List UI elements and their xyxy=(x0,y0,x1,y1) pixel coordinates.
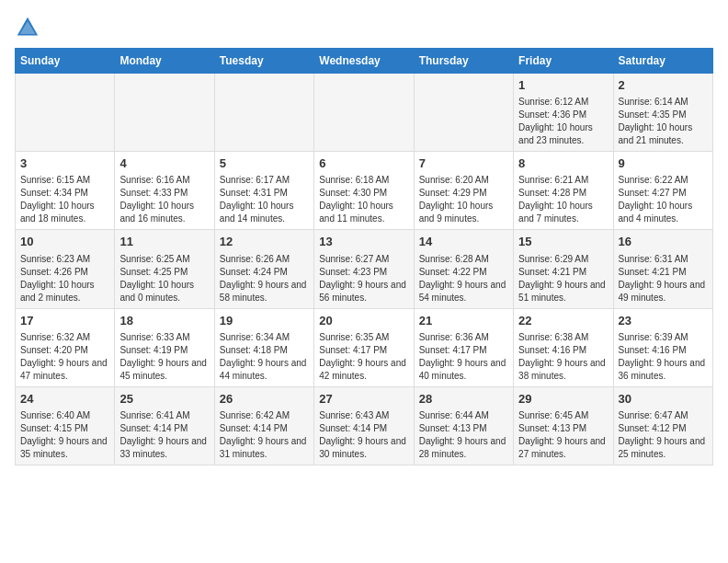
weekday-header-row: SundayMondayTuesdayWednesdayThursdayFrid… xyxy=(16,49,713,74)
calendar-cell: 22Sunrise: 6:38 AM Sunset: 4:16 PM Dayli… xyxy=(514,308,613,386)
weekday-header-wednesday: Wednesday xyxy=(314,49,414,74)
day-number: 3 xyxy=(20,155,109,172)
calendar-cell: 13Sunrise: 6:27 AM Sunset: 4:23 PM Dayli… xyxy=(314,230,414,308)
day-info: Sunrise: 6:28 AM Sunset: 4:22 PM Dayligh… xyxy=(419,253,508,304)
day-info: Sunrise: 6:25 AM Sunset: 4:25 PM Dayligh… xyxy=(119,253,209,304)
day-info: Sunrise: 6:42 AM Sunset: 4:14 PM Dayligh… xyxy=(220,409,309,461)
day-info: Sunrise: 6:39 AM Sunset: 4:16 PM Dayligh… xyxy=(619,331,708,383)
logo-icon xyxy=(15,15,40,40)
day-number: 24 xyxy=(20,391,109,408)
day-info: Sunrise: 6:38 AM Sunset: 4:16 PM Dayligh… xyxy=(518,331,608,383)
calendar-table: SundayMondayTuesdayWednesdayThursdayFrid… xyxy=(15,48,713,465)
day-number: 5 xyxy=(220,155,309,172)
day-info: Sunrise: 6:34 AM Sunset: 4:18 PM Dayligh… xyxy=(220,331,309,383)
calendar-cell: 10Sunrise: 6:23 AM Sunset: 4:26 PM Dayli… xyxy=(16,230,115,308)
day-info: Sunrise: 6:29 AM Sunset: 4:21 PM Dayligh… xyxy=(518,253,608,304)
calendar-cell: 12Sunrise: 6:26 AM Sunset: 4:24 PM Dayli… xyxy=(214,230,313,308)
calendar-cell: 24Sunrise: 6:40 AM Sunset: 4:15 PM Dayli… xyxy=(16,386,115,465)
weekday-header-monday: Monday xyxy=(115,49,214,74)
calendar-cell: 26Sunrise: 6:42 AM Sunset: 4:14 PM Dayli… xyxy=(214,386,313,465)
day-info: Sunrise: 6:32 AM Sunset: 4:20 PM Dayligh… xyxy=(20,331,109,383)
calendar-cell: 30Sunrise: 6:47 AM Sunset: 4:12 PM Dayli… xyxy=(613,386,712,465)
day-number: 26 xyxy=(220,391,309,408)
calendar-cell xyxy=(314,74,414,152)
day-info: Sunrise: 6:18 AM Sunset: 4:30 PM Dayligh… xyxy=(319,174,408,225)
day-info: Sunrise: 6:15 AM Sunset: 4:34 PM Dayligh… xyxy=(20,174,109,225)
day-info: Sunrise: 6:41 AM Sunset: 4:14 PM Dayligh… xyxy=(119,409,209,461)
calendar-cell: 19Sunrise: 6:34 AM Sunset: 4:18 PM Dayli… xyxy=(214,308,313,386)
calendar-cell: 23Sunrise: 6:39 AM Sunset: 4:16 PM Dayli… xyxy=(613,308,712,386)
page-header xyxy=(15,15,713,40)
calendar-body: 1Sunrise: 6:12 AM Sunset: 4:36 PM Daylig… xyxy=(16,74,713,465)
day-number: 29 xyxy=(518,391,608,408)
calendar-cell: 9Sunrise: 6:22 AM Sunset: 4:27 PM Daylig… xyxy=(613,152,712,230)
day-number: 23 xyxy=(619,313,708,329)
day-info: Sunrise: 6:40 AM Sunset: 4:15 PM Dayligh… xyxy=(20,409,109,461)
day-number: 22 xyxy=(518,313,608,329)
day-info: Sunrise: 6:26 AM Sunset: 4:24 PM Dayligh… xyxy=(220,253,309,304)
day-number: 18 xyxy=(119,313,209,329)
day-number: 14 xyxy=(419,234,508,250)
day-info: Sunrise: 6:16 AM Sunset: 4:33 PM Dayligh… xyxy=(119,174,209,225)
day-info: Sunrise: 6:43 AM Sunset: 4:14 PM Dayligh… xyxy=(319,409,408,461)
day-number: 21 xyxy=(419,313,508,329)
calendar-cell: 15Sunrise: 6:29 AM Sunset: 4:21 PM Dayli… xyxy=(514,230,613,308)
day-number: 25 xyxy=(119,391,209,408)
calendar-week-0: 1Sunrise: 6:12 AM Sunset: 4:36 PM Daylig… xyxy=(16,74,713,152)
day-info: Sunrise: 6:21 AM Sunset: 4:28 PM Dayligh… xyxy=(518,174,608,225)
day-number: 11 xyxy=(119,234,209,250)
day-number: 19 xyxy=(220,313,309,329)
day-info: Sunrise: 6:45 AM Sunset: 4:13 PM Dayligh… xyxy=(518,409,608,461)
day-info: Sunrise: 6:20 AM Sunset: 4:29 PM Dayligh… xyxy=(419,174,508,225)
weekday-header-saturday: Saturday xyxy=(613,49,712,74)
calendar-cell: 7Sunrise: 6:20 AM Sunset: 4:29 PM Daylig… xyxy=(414,152,513,230)
calendar-cell: 25Sunrise: 6:41 AM Sunset: 4:14 PM Dayli… xyxy=(115,386,214,465)
day-info: Sunrise: 6:47 AM Sunset: 4:12 PM Dayligh… xyxy=(619,409,708,461)
calendar-week-1: 3Sunrise: 6:15 AM Sunset: 4:34 PM Daylig… xyxy=(16,152,713,230)
calendar-cell: 17Sunrise: 6:32 AM Sunset: 4:20 PM Dayli… xyxy=(16,308,115,386)
calendar-cell: 28Sunrise: 6:44 AM Sunset: 4:13 PM Dayli… xyxy=(414,386,513,465)
day-info: Sunrise: 6:22 AM Sunset: 4:27 PM Dayligh… xyxy=(619,174,708,225)
calendar-cell: 6Sunrise: 6:18 AM Sunset: 4:30 PM Daylig… xyxy=(314,152,414,230)
day-number: 2 xyxy=(619,77,708,94)
day-info: Sunrise: 6:44 AM Sunset: 4:13 PM Dayligh… xyxy=(419,409,508,461)
weekday-header-sunday: Sunday xyxy=(16,49,115,74)
calendar-cell: 21Sunrise: 6:36 AM Sunset: 4:17 PM Dayli… xyxy=(414,308,513,386)
calendar-week-4: 24Sunrise: 6:40 AM Sunset: 4:15 PM Dayli… xyxy=(16,386,713,465)
day-info: Sunrise: 6:27 AM Sunset: 4:23 PM Dayligh… xyxy=(319,253,408,304)
day-number: 30 xyxy=(619,391,708,408)
day-number: 10 xyxy=(20,234,109,250)
calendar-week-3: 17Sunrise: 6:32 AM Sunset: 4:20 PM Dayli… xyxy=(16,308,713,386)
day-info: Sunrise: 6:17 AM Sunset: 4:31 PM Dayligh… xyxy=(220,174,309,225)
day-number: 16 xyxy=(619,234,708,250)
day-number: 28 xyxy=(419,391,508,408)
day-info: Sunrise: 6:14 AM Sunset: 4:35 PM Dayligh… xyxy=(619,96,708,147)
calendar-cell xyxy=(16,74,115,152)
day-number: 12 xyxy=(220,234,309,250)
calendar-cell: 1Sunrise: 6:12 AM Sunset: 4:36 PM Daylig… xyxy=(514,74,613,152)
calendar-cell: 14Sunrise: 6:28 AM Sunset: 4:22 PM Dayli… xyxy=(414,230,513,308)
calendar-header: SundayMondayTuesdayWednesdayThursdayFrid… xyxy=(16,49,713,74)
calendar-cell: 27Sunrise: 6:43 AM Sunset: 4:14 PM Dayli… xyxy=(314,386,414,465)
day-number: 27 xyxy=(319,391,408,408)
day-info: Sunrise: 6:33 AM Sunset: 4:19 PM Dayligh… xyxy=(119,331,209,383)
day-number: 8 xyxy=(518,155,608,172)
calendar-cell: 16Sunrise: 6:31 AM Sunset: 4:21 PM Dayli… xyxy=(613,230,712,308)
weekday-header-tuesday: Tuesday xyxy=(214,49,313,74)
day-number: 13 xyxy=(319,234,408,250)
day-number: 6 xyxy=(319,155,408,172)
calendar-cell: 2Sunrise: 6:14 AM Sunset: 4:35 PM Daylig… xyxy=(613,74,712,152)
day-info: Sunrise: 6:12 AM Sunset: 4:36 PM Dayligh… xyxy=(518,96,608,147)
day-info: Sunrise: 6:35 AM Sunset: 4:17 PM Dayligh… xyxy=(319,331,408,383)
day-number: 17 xyxy=(20,313,109,329)
calendar-cell xyxy=(115,74,214,152)
day-number: 7 xyxy=(419,155,508,172)
day-info: Sunrise: 6:31 AM Sunset: 4:21 PM Dayligh… xyxy=(619,253,708,304)
calendar-cell: 8Sunrise: 6:21 AM Sunset: 4:28 PM Daylig… xyxy=(514,152,613,230)
calendar-week-2: 10Sunrise: 6:23 AM Sunset: 4:26 PM Dayli… xyxy=(16,230,713,308)
weekday-header-thursday: Thursday xyxy=(414,49,513,74)
calendar-cell: 5Sunrise: 6:17 AM Sunset: 4:31 PM Daylig… xyxy=(214,152,313,230)
weekday-header-friday: Friday xyxy=(514,49,613,74)
day-number: 9 xyxy=(619,155,708,172)
calendar-cell: 20Sunrise: 6:35 AM Sunset: 4:17 PM Dayli… xyxy=(314,308,414,386)
